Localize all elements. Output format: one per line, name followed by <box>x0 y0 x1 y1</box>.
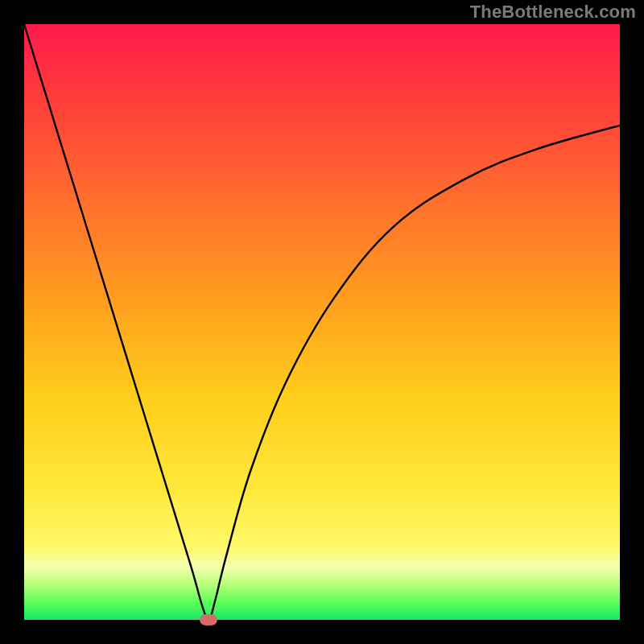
attribution-label: TheBottleneck.com <box>470 2 636 23</box>
chart-frame: TheBottleneck.com <box>0 0 644 644</box>
minimum-marker <box>200 614 217 625</box>
curve-path <box>24 24 620 620</box>
bottleneck-curve <box>24 24 620 620</box>
plot-area <box>24 24 620 620</box>
